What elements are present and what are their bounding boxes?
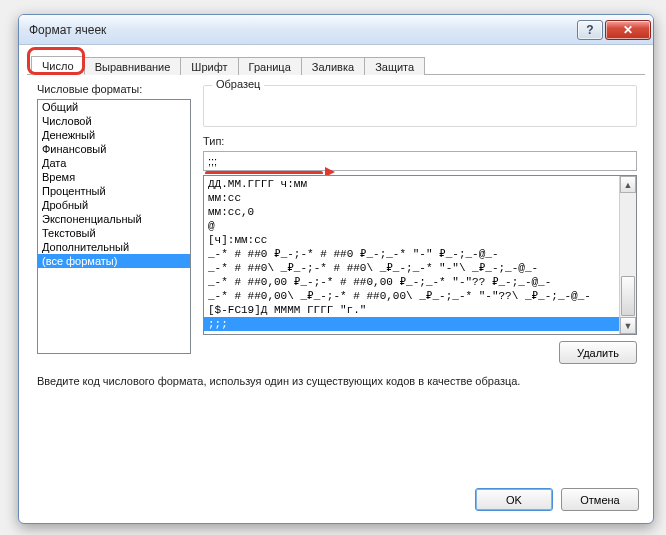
scroll-up-button[interactable]: ▲ xyxy=(620,176,636,193)
titlebar[interactable]: Формат ячеек ? ✕ xyxy=(19,15,653,45)
scroll-track[interactable] xyxy=(620,193,636,317)
scroll-down-button[interactable]: ▼ xyxy=(620,317,636,334)
category-item[interactable]: Экспоненциальный xyxy=(38,212,190,226)
format-codes-items: ДД.ММ.ГГГГ ч:мм мм:сс мм:сс,0 @ [ч]:мм:с… xyxy=(204,176,619,334)
categories-list[interactable]: Общий Числовой Денежный Финансовый Дата … xyxy=(37,99,191,354)
category-item[interactable]: Общий xyxy=(38,100,190,114)
category-item[interactable]: Денежный xyxy=(38,128,190,142)
dialog-buttons: OK Отмена xyxy=(475,488,639,511)
format-code-row[interactable]: [ч]:мм:сс xyxy=(204,233,619,247)
format-code-row[interactable]: мм:сс,0 xyxy=(204,205,619,219)
tab-font[interactable]: Шрифт xyxy=(180,57,238,75)
category-item[interactable]: Дробный xyxy=(38,198,190,212)
tab-alignment[interactable]: Выравнивание xyxy=(84,57,182,75)
formats-scrollbar[interactable]: ▲ ▼ xyxy=(619,176,636,334)
help-icon: ? xyxy=(586,23,593,37)
number-panel: Числовые форматы: Общий Числовой Денежны… xyxy=(33,79,639,465)
type-label: Тип: xyxy=(203,135,224,147)
tab-border[interactable]: Граница xyxy=(238,57,302,75)
dialog-content: Число Выравнивание Шрифт Граница Заливка… xyxy=(27,51,645,473)
category-item[interactable]: Финансовый xyxy=(38,142,190,156)
tab-number[interactable]: Число xyxy=(31,56,85,75)
categories-label: Числовые форматы: xyxy=(37,83,142,95)
chevron-down-icon: ▼ xyxy=(624,321,633,331)
sample-group: Образец xyxy=(203,85,637,127)
category-item[interactable]: Числовой xyxy=(38,114,190,128)
type-input[interactable] xyxy=(203,151,637,171)
format-cells-dialog: Формат ячеек ? ✕ Число Выравнивание Шриф… xyxy=(18,14,654,524)
cancel-button[interactable]: Отмена xyxy=(561,488,639,511)
category-item[interactable]: Время xyxy=(38,170,190,184)
format-code-row[interactable]: [$-FC19]Д ММММ ГГГГ "г." xyxy=(204,303,619,317)
format-code-row[interactable]: ДД.ММ.ГГГГ ч:мм xyxy=(204,177,619,191)
category-item[interactable]: Дополнительный xyxy=(38,240,190,254)
tab-protection[interactable]: Защита xyxy=(364,57,425,75)
tabstrip: Число Выравнивание Шрифт Граница Заливка… xyxy=(27,51,645,75)
close-icon: ✕ xyxy=(623,23,633,37)
delete-button[interactable]: Удалить xyxy=(559,341,637,364)
chevron-up-icon: ▲ xyxy=(624,180,633,190)
help-button[interactable]: ? xyxy=(577,20,603,40)
format-code-row[interactable]: _-* # ##0,00 ₽_-;-* # ##0,00 ₽_-;_-* "-"… xyxy=(204,275,619,289)
format-code-row[interactable]: _-* # ##0 ₽_-;-* # ##0 ₽_-;_-* "-" ₽_-;_… xyxy=(204,247,619,261)
close-button[interactable]: ✕ xyxy=(605,20,651,40)
format-code-row[interactable]: _-* # ##0,00\ _₽_-;-* # ##0,00\ _₽_-;_-*… xyxy=(204,289,619,303)
scroll-thumb[interactable] xyxy=(621,276,635,316)
format-code-row[interactable]: _-* # ##0\ _₽_-;-* # ##0\ _₽_-;_-* "-"\ … xyxy=(204,261,619,275)
window-title: Формат ячеек xyxy=(29,23,577,37)
format-code-row-selected[interactable]: ;;; xyxy=(204,317,619,331)
category-item[interactable]: Текстовый xyxy=(38,226,190,240)
format-codes-list[interactable]: ДД.ММ.ГГГГ ч:мм мм:сс мм:сс,0 @ [ч]:мм:с… xyxy=(203,175,637,335)
category-item[interactable]: Процентный xyxy=(38,184,190,198)
format-code-row[interactable]: мм:сс xyxy=(204,191,619,205)
format-code-row[interactable]: @ xyxy=(204,219,619,233)
tab-fill[interactable]: Заливка xyxy=(301,57,365,75)
help-text: Введите код числового формата, используя… xyxy=(37,375,635,387)
category-item-all-formats[interactable]: (все форматы) xyxy=(38,254,190,268)
sample-label: Образец xyxy=(212,78,264,90)
category-item[interactable]: Дата xyxy=(38,156,190,170)
ok-button[interactable]: OK xyxy=(475,488,553,511)
